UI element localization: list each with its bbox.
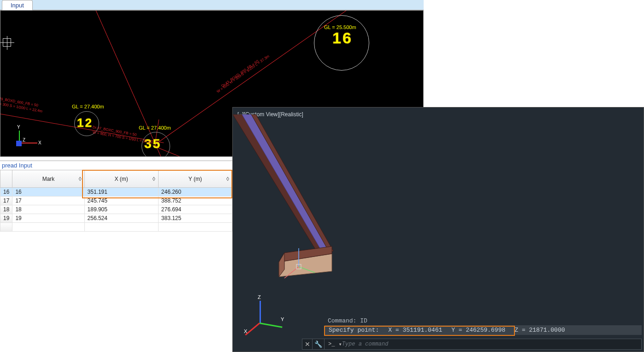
table-row[interactable]: 16 16 351.191 246.260	[0, 188, 232, 197]
ucs-icon	[278, 246, 319, 287]
table-row[interactable]: 17 17 245.745 388.752	[0, 197, 232, 205]
row-header-blank	[0, 170, 12, 188]
dropdown-icon[interactable]: ▾	[338, 341, 342, 348]
settings-icon[interactable]: 🔧	[313, 339, 325, 349]
node-id: 35	[144, 137, 161, 151]
row-number: 16	[0, 188, 12, 197]
gl-label: GL = 27.400m	[72, 104, 104, 109]
cell-mark[interactable]: 16	[12, 188, 84, 197]
cursor-crosshair-icon	[3, 38, 11, 47]
command-input-bar[interactable]: ✕ 🔧 >_ ▾ Type a command	[302, 339, 642, 350]
cell-y[interactable]: 388.752	[158, 197, 232, 205]
gl-label: GL = 27.400m	[139, 125, 171, 131]
cell-x[interactable]: 189.905	[84, 205, 158, 214]
cell-x[interactable]: 351.191	[84, 188, 158, 197]
row-number	[0, 223, 12, 232]
cell-mark[interactable]: 18	[12, 205, 84, 214]
cell-y[interactable]: 246.260	[158, 188, 232, 197]
tab-input[interactable]: Input	[2, 0, 33, 10]
row-number: 18	[0, 205, 12, 214]
table-row[interactable]: 19 19 256.524 383.125	[0, 214, 232, 223]
cell-y[interactable]: 383.125	[158, 214, 232, 223]
cell-mark[interactable]	[12, 223, 84, 232]
close-icon[interactable]: ✕	[302, 339, 313, 349]
svg-marker-2	[251, 114, 333, 253]
panel-title: pread Input	[0, 161, 232, 170]
cell-y[interactable]: 276.694	[158, 205, 232, 214]
row-number: 19	[0, 214, 12, 223]
table-row[interactable]: 18 18 189.905 276.694	[0, 205, 232, 214]
plan-axes-gizmo: Y X Z	[10, 124, 42, 152]
command-result-line: Specify point: X = 351191.0461 Y = 24625…	[325, 325, 642, 335]
viewport-3d[interactable]: [−][Custom View][Realistic] Z Y X Comman…	[232, 107, 644, 352]
node-id: 16	[332, 29, 353, 47]
node-id: 12	[77, 116, 93, 130]
row-number: 17	[0, 197, 12, 205]
command-prompt-icon: >_	[325, 341, 338, 347]
cell-x[interactable]: 245.745	[84, 197, 158, 205]
segment-label: W = 600, H = 300 S = 1/200 L = 37.3m	[216, 54, 270, 94]
spread-input-table[interactable]: Mark◊ X (m)◊ Y (m)◊ 16 16 351.191 246.26…	[0, 170, 232, 232]
command-history: Command: ID Specify point: X = 351191.04…	[325, 316, 642, 335]
tab-bar: Input	[0, 0, 424, 10]
cell-y[interactable]	[158, 223, 232, 232]
svg-marker-1	[242, 114, 330, 253]
command-history-line: Command: ID	[325, 316, 642, 325]
column-header-x[interactable]: X (m)◊	[84, 170, 158, 188]
column-header-mark[interactable]: Mark◊	[12, 170, 84, 188]
command-input[interactable]: Type a command	[342, 341, 389, 347]
table-row[interactable]	[0, 223, 232, 232]
column-header-y[interactable]: Y (m)◊	[158, 170, 232, 188]
cell-x[interactable]	[84, 223, 158, 232]
cell-mark[interactable]: 17	[12, 197, 84, 205]
cell-x[interactable]: 256.524	[84, 214, 158, 223]
cell-mark[interactable]: 19	[12, 214, 84, 223]
viewport-axes-gizmo: Z Y X	[247, 296, 284, 333]
